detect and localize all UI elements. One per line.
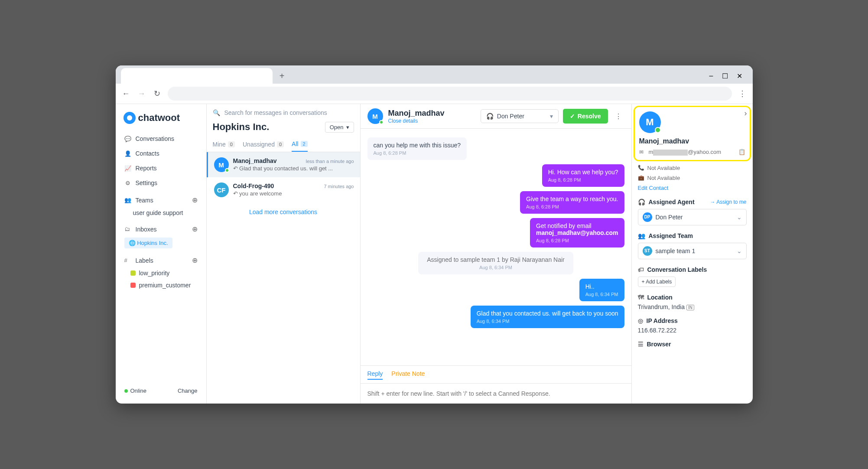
assigned-agent-select[interactable]: DP Don Peter ⌄ bbox=[638, 209, 747, 225]
labels-label: Labels bbox=[136, 257, 153, 264]
add-label-button[interactable]: ⊕ bbox=[192, 256, 198, 264]
add-labels-button[interactable]: + Add Labels bbox=[638, 277, 676, 287]
assigned-team-select[interactable]: ST sample team 1 ⌄ bbox=[638, 243, 747, 259]
chevron-down-icon: ⌄ bbox=[737, 214, 742, 221]
close-window-button[interactable]: ✕ bbox=[737, 72, 742, 80]
add-inbox-button[interactable]: ⊕ bbox=[192, 225, 198, 233]
tag-icon: 🏷 bbox=[638, 266, 644, 273]
bars-icon: ☰ bbox=[638, 341, 644, 348]
add-team-button[interactable]: ⊕ bbox=[192, 196, 198, 204]
chat-avatar: M bbox=[367, 108, 383, 124]
search-placeholder: Search for messages in conversations bbox=[224, 109, 327, 116]
minimize-button[interactable]: – bbox=[709, 72, 713, 80]
reply-tab[interactable]: Reply bbox=[367, 370, 383, 380]
ip-section: ◎IP Address 116.68.72.222 bbox=[638, 317, 747, 334]
url-bar[interactable] bbox=[168, 87, 732, 101]
ip-value: 116.68.72.222 bbox=[638, 327, 747, 334]
tab-all[interactable]: All 2 bbox=[292, 137, 308, 152]
nav-settings[interactable]: ⚙ Settings bbox=[120, 176, 202, 190]
chat-pane: M Manoj_madhav Close details 🎧 Don Peter… bbox=[361, 104, 631, 404]
email-icon: ✉ bbox=[639, 149, 645, 155]
resolve-button[interactable]: ✓ Resolve bbox=[563, 109, 608, 124]
reply-tabs: Reply Private Note bbox=[361, 366, 631, 384]
browser-window: + – ☐ ✕ ← → ↻ ⋮ chatwoot 💬 Conv bbox=[116, 65, 753, 404]
conversation-snippet: ↶ you are welcome bbox=[233, 190, 354, 197]
contact-highlight-box: › M Manoj_madhav ✉ m@yahoo.com 📋 bbox=[634, 106, 751, 161]
country-flag: IN bbox=[686, 305, 694, 310]
more-actions-button[interactable]: ⋮ bbox=[612, 110, 624, 123]
reload-button[interactable]: ↻ bbox=[152, 89, 163, 98]
tab-row: + – ☐ ✕ bbox=[116, 65, 753, 84]
settings-icon: ⚙ bbox=[124, 180, 131, 186]
copy-icon[interactable]: 📋 bbox=[738, 149, 745, 155]
conversation-labels-section: 🏷Conversation Labels + Add Labels bbox=[638, 266, 747, 287]
maximize-button[interactable]: ☐ bbox=[722, 72, 728, 80]
chevron-down-icon: ▾ bbox=[550, 113, 553, 120]
teams-header: 👥 Teams ⊕ bbox=[120, 190, 202, 207]
new-tab-button[interactable]: + bbox=[276, 70, 288, 82]
conversation-time: less than a minute ago bbox=[306, 159, 354, 164]
nav-list: 💬 Conversations 👤 Contacts 📈 Reports ⚙ S… bbox=[120, 132, 202, 190]
assignee-select[interactable]: 🎧 Don Peter ▾ bbox=[481, 109, 559, 123]
chat-messages: can you help me with this issue? Aug 8, … bbox=[361, 129, 631, 365]
workspace-name: Hopkins Inc. bbox=[213, 121, 270, 133]
load-more-button[interactable]: Load more conversations bbox=[207, 202, 360, 221]
browser-tab[interactable] bbox=[121, 68, 273, 84]
chevron-down-icon: ▾ bbox=[346, 124, 349, 130]
avatar: M bbox=[214, 157, 229, 172]
reply-input[interactable] bbox=[367, 390, 624, 397]
forward-button[interactable]: → bbox=[137, 89, 147, 98]
message-agent: Hi.. Aug 8, 6:34 PM bbox=[579, 279, 624, 301]
contact-phone-row: 📞 Not Available bbox=[638, 165, 747, 171]
search-icon: 🔍 bbox=[213, 109, 220, 116]
inbox-item[interactable]: 🌐 Hopkins Inc. bbox=[120, 236, 202, 250]
assigned-agent-section: 🎧Assigned Agent → Assign to me DP Don Pe… bbox=[638, 199, 747, 225]
nav-label: Contacts bbox=[136, 150, 159, 157]
label-item-low-priority[interactable]: low_priority bbox=[120, 267, 202, 279]
team-item[interactable]: user guide support bbox=[120, 207, 202, 219]
briefcase-icon: 💼 bbox=[638, 175, 644, 181]
redacted-text bbox=[653, 150, 688, 156]
message-outgoing: Get notified by email manoj_madhav@yahoo… bbox=[530, 218, 624, 248]
agent-avatar: DP bbox=[643, 212, 652, 222]
assign-to-me-link[interactable]: → Assign to me bbox=[710, 199, 746, 205]
conversation-item[interactable]: CF Cold-Frog-490 7 minutes ago ↶ you are… bbox=[207, 177, 360, 202]
browser-chrome: + – ☐ ✕ ← → ↻ ⋮ bbox=[116, 65, 753, 104]
tab-mine[interactable]: Mine 0 bbox=[213, 137, 235, 152]
location-value: Trivandrum, IndiaIN bbox=[638, 303, 747, 310]
browser-section: ☰Browser bbox=[638, 341, 747, 348]
nav-reports[interactable]: 📈 Reports bbox=[120, 161, 202, 175]
conversation-item[interactable]: M Manoj_madhav less than a minute ago ↶ … bbox=[207, 152, 360, 177]
contact-avatar: M bbox=[639, 111, 661, 133]
logo: chatwoot bbox=[120, 110, 202, 132]
inboxes-icon: 🗂 bbox=[124, 226, 131, 232]
conversation-list: 🔍 Search for messages in conversations H… bbox=[207, 104, 361, 404]
collapse-details-button[interactable]: › bbox=[744, 109, 747, 118]
nav-contacts[interactable]: 👤 Contacts bbox=[120, 147, 202, 160]
headset-icon: 🎧 bbox=[638, 199, 645, 205]
assigned-team-section: 👥Assigned Team ST sample team 1 ⌄ bbox=[638, 232, 747, 259]
close-details-link[interactable]: Close details bbox=[388, 118, 445, 124]
search-row[interactable]: 🔍 Search for messages in conversations bbox=[207, 104, 360, 121]
conversations-icon: 💬 bbox=[124, 136, 131, 142]
contact-company-row: 💼 Not Available bbox=[638, 175, 747, 181]
message-incoming: can you help me with this issue? Aug 8, … bbox=[367, 137, 467, 160]
tab-unassigned[interactable]: Unassigned 0 bbox=[243, 137, 284, 152]
phone-icon: 📞 bbox=[638, 165, 644, 171]
nav-conversations[interactable]: 💬 Conversations bbox=[120, 132, 202, 146]
workspace-row: Hopkins Inc. Open ▾ bbox=[207, 121, 360, 137]
label-item-premium-customer[interactable]: premium_customer bbox=[120, 279, 202, 291]
change-link[interactable]: Change bbox=[178, 388, 198, 394]
details-pane: › M Manoj_madhav ✉ m@yahoo.com 📋 📞 Not A… bbox=[631, 104, 753, 404]
status-filter-select[interactable]: Open ▾ bbox=[325, 122, 354, 133]
browser-menu-button[interactable]: ⋮ bbox=[737, 89, 748, 98]
edit-contact-link[interactable]: Edit Contact bbox=[638, 185, 669, 191]
back-button[interactable]: ← bbox=[121, 89, 131, 98]
contact-email-row: ✉ m@yahoo.com 📋 bbox=[639, 149, 745, 156]
conversation-name: Cold-Frog-490 bbox=[233, 182, 274, 189]
private-note-tab[interactable]: Private Note bbox=[391, 370, 425, 380]
online-status[interactable]: Online bbox=[124, 388, 147, 394]
target-icon: ◎ bbox=[638, 317, 643, 324]
headset-icon: 🎧 bbox=[486, 113, 494, 120]
presence-dot-icon bbox=[379, 120, 384, 124]
